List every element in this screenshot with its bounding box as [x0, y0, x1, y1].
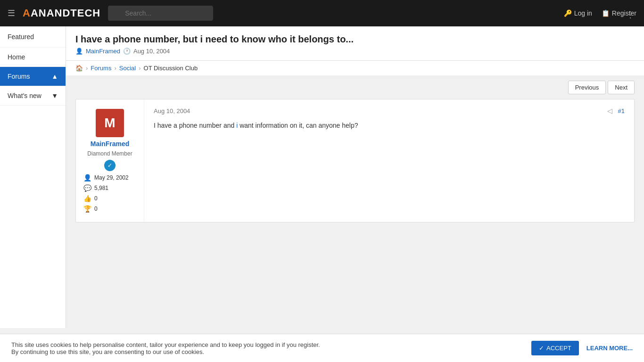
trophy-icon: 🏆 [83, 205, 91, 213]
post-number: #1 [618, 107, 625, 115]
avatar: M [96, 109, 124, 137]
table-row: M MainFramed Diamond Member ✓ 👤 May 29, … [76, 99, 634, 222]
breadcrumb-sep-1: › [86, 65, 88, 72]
thread-author[interactable]: MainFramed [86, 48, 120, 55]
site-logo[interactable]: AANANDTECH [23, 7, 100, 19]
header-right: 🔑 Log in 📋 Register [564, 9, 636, 17]
login-link[interactable]: 🔑 Log in [564, 9, 592, 17]
next-button[interactable]: Next [608, 81, 635, 94]
login-label: Log in [574, 9, 592, 17]
more-options-icon[interactable]: ⋮ [626, 9, 635, 20]
post-date: Aug 10, 2004 [154, 107, 190, 115]
breadcrumb-forums[interactable]: Forums [91, 65, 111, 72]
user-stat-joined: 👤 May 29, 2002 [83, 174, 136, 181]
user-stat-messages: 💬 5,981 [83, 184, 136, 192]
search-wrapper: 🔍 [108, 6, 334, 21]
user-badge: ✓ [104, 160, 116, 171]
sidebar-item-featured[interactable]: Featured [0, 26, 66, 48]
highlight-i: i [236, 122, 238, 129]
user-role: Diamond Member [87, 150, 132, 157]
main-layout: Featured Home Forums ▲ What's new ▼ I ha… [0, 26, 644, 328]
thread-navigation: Previous Next [66, 76, 644, 99]
clock-icon: 🕐 [123, 48, 131, 55]
post-actions: ◁ #1 [607, 107, 625, 115]
breadcrumb-current: OT Discussion Club [144, 65, 198, 72]
post-date-row: Aug 10, 2004 ◁ #1 [154, 107, 625, 115]
site-header: ☰ AANANDTECH 🔍 🔑 Log in 📋 Register [0, 0, 644, 26]
user-name[interactable]: MainFramed [91, 140, 129, 148]
chevron-down-icon: ▼ [51, 92, 58, 99]
likes-icon: 👍 [83, 195, 91, 202]
sidebar-item-home[interactable]: Home [0, 48, 66, 67]
sidebar-forums-label: Forums [8, 73, 30, 80]
post-content-column: Aug 10, 2004 ◁ #1 I have a phone number … [144, 99, 634, 222]
user-likes-count: 0 [94, 195, 98, 202]
post-user-column: M MainFramed Diamond Member ✓ 👤 May 29, … [76, 99, 144, 222]
breadcrumb-sep-2: › [114, 65, 116, 72]
post-body: I have a phone number and i want informa… [154, 120, 625, 131]
user-stat-likes: 👍 0 [83, 195, 136, 202]
thread-header: I have a phone number, but i need to kno… [66, 26, 644, 61]
messages-icon: 💬 [83, 184, 91, 192]
user-trophy-count: 0 [94, 206, 98, 212]
user-stat-trophy: 🏆 0 [83, 205, 136, 213]
user-message-count: 5,981 [94, 185, 108, 191]
register-icon: 📋 [602, 9, 610, 17]
share-icon[interactable]: ◁ [607, 107, 612, 115]
search-input[interactable] [108, 6, 213, 21]
chevron-up-icon: ▲ [51, 73, 58, 80]
breadcrumb: 🏠 › Forums › Social › OT Discussion Club [66, 61, 644, 76]
thread-wrapper: M MainFramed Diamond Member ✓ 👤 May 29, … [66, 99, 644, 238]
thread-meta: 👤 MainFramed 🕐 Aug 10, 2004 [75, 48, 635, 55]
thread-date: Aug 10, 2004 [133, 48, 170, 55]
user-joined-date: May 29, 2002 [94, 174, 129, 181]
sidebar: Featured Home Forums ▲ What's new ▼ [0, 26, 66, 328]
breadcrumb-sep-3: › [139, 65, 140, 72]
previous-button[interactable]: Previous [568, 81, 606, 94]
post-container: M MainFramed Diamond Member ✓ 👤 May 29, … [75, 99, 635, 222]
key-icon: 🔑 [564, 9, 572, 17]
sidebar-item-whats-new[interactable]: What's new ▼ [0, 86, 66, 106]
person-icon: 👤 [83, 174, 91, 181]
sidebar-whats-new-label: What's new [8, 92, 41, 99]
breadcrumb-social[interactable]: Social [119, 65, 136, 72]
author-icon: 👤 [75, 48, 83, 55]
menu-icon[interactable]: ☰ [8, 8, 15, 18]
main-content: I have a phone number, but i need to kno… [66, 26, 644, 328]
sidebar-item-forums[interactable]: Forums ▲ [0, 67, 66, 86]
thread-title: I have a phone number, but i need to kno… [75, 34, 635, 45]
home-icon[interactable]: 🏠 [75, 65, 83, 72]
